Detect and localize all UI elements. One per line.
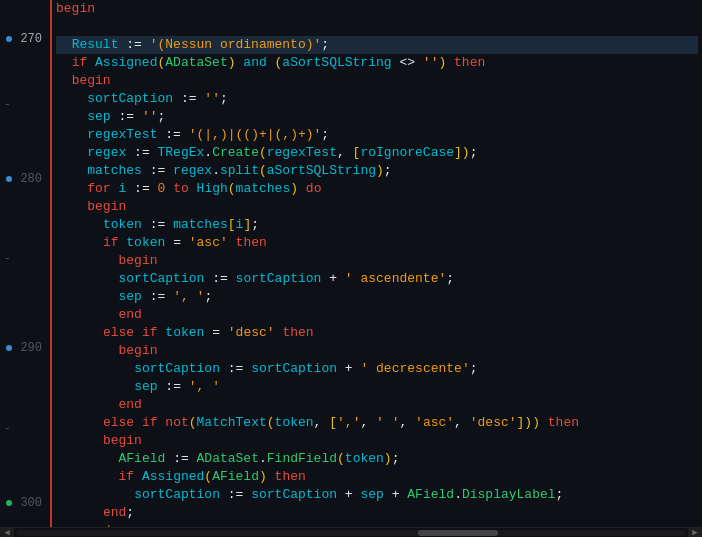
line-number bbox=[0, 512, 50, 527]
line-number: 280 bbox=[0, 170, 50, 188]
code-line: matches := regex.split(aSortSQLString); bbox=[56, 162, 698, 180]
line-number bbox=[0, 139, 50, 154]
line-number bbox=[0, 15, 50, 30]
code-line: if Assigned(AField) then bbox=[56, 468, 698, 486]
code-line: else if token = 'desc' then bbox=[56, 324, 698, 342]
line-number: - bbox=[0, 418, 50, 433]
line-number: 290 bbox=[0, 339, 50, 357]
code-line: sep := ', ' bbox=[56, 378, 698, 396]
line-number bbox=[0, 403, 50, 418]
code-line: end bbox=[56, 396, 698, 414]
code-line: begin bbox=[56, 342, 698, 360]
line-number bbox=[0, 464, 50, 479]
scroll-left-arrow[interactable]: ◀ bbox=[0, 528, 14, 538]
code-lines[interactable]: begin Result := '(Nessun ordinamento)'; … bbox=[52, 0, 702, 527]
code-line: Result := '(Nessun ordinamento)'; bbox=[56, 36, 698, 54]
code-line: end; bbox=[56, 522, 698, 527]
code-line: else if not(MatchText(token, [',', ' ', … bbox=[56, 414, 698, 432]
line-number bbox=[0, 448, 50, 463]
line-number bbox=[0, 218, 50, 233]
line-number bbox=[0, 203, 50, 218]
line-number bbox=[0, 324, 50, 339]
code-line: AField := ADataSet.FindField(token); bbox=[56, 450, 698, 468]
code-line: sep := ', '; bbox=[56, 288, 698, 306]
code-line: end; bbox=[56, 504, 698, 522]
line-number bbox=[0, 124, 50, 139]
code-line: sortCaption := sortCaption + ' ascendent… bbox=[56, 270, 698, 288]
code-line: regex := TRegEx.Create(regexTest, [roIgn… bbox=[56, 144, 698, 162]
code-line: if token = 'asc' then bbox=[56, 234, 698, 252]
line-number bbox=[0, 309, 50, 324]
code-line: if Assigned(ADataSet) and (aSortSQLStrin… bbox=[56, 54, 698, 72]
line-number: 270 bbox=[0, 30, 50, 48]
code-line: begin bbox=[56, 0, 698, 18]
scrollbar-track[interactable] bbox=[16, 530, 686, 536]
scrollbar-thumb[interactable] bbox=[418, 530, 498, 536]
code-line: end bbox=[56, 306, 698, 324]
line-number bbox=[0, 109, 50, 124]
code-line: token := matches[i]; bbox=[56, 216, 698, 234]
line-number bbox=[0, 48, 50, 63]
line-number bbox=[0, 64, 50, 79]
code-area: 270-280-290-300 begin Result := '(Nessun… bbox=[0, 0, 702, 527]
horizontal-scrollbar[interactable]: ◀ ▶ bbox=[0, 527, 702, 537]
line-number: 300 bbox=[0, 494, 50, 512]
line-number bbox=[0, 264, 50, 279]
line-number bbox=[0, 357, 50, 372]
code-line: begin bbox=[56, 198, 698, 216]
line-number bbox=[0, 479, 50, 494]
line-number bbox=[0, 233, 50, 248]
line-number bbox=[0, 155, 50, 170]
code-line: begin bbox=[56, 252, 698, 270]
line-gutter: 270-280-290-300 bbox=[0, 0, 52, 527]
code-line: begin bbox=[56, 72, 698, 90]
code-line: for i := 0 to High(matches) do bbox=[56, 180, 698, 198]
line-number bbox=[0, 279, 50, 294]
line-number bbox=[0, 79, 50, 94]
code-line: regexTest := '(|,)|(()+|(,)+)'; bbox=[56, 126, 698, 144]
code-line: sep := ''; bbox=[56, 108, 698, 126]
code-line: sortCaption := sortCaption + ' decrescen… bbox=[56, 360, 698, 378]
line-number bbox=[0, 433, 50, 448]
line-number bbox=[0, 373, 50, 388]
code-line: begin bbox=[56, 432, 698, 450]
line-number bbox=[0, 388, 50, 403]
code-line: sortCaption := ''; bbox=[56, 90, 698, 108]
editor-container: 270-280-290-300 begin Result := '(Nessun… bbox=[0, 0, 702, 537]
line-number bbox=[0, 294, 50, 309]
scroll-right-arrow[interactable]: ▶ bbox=[688, 528, 702, 538]
line-number bbox=[0, 188, 50, 203]
code-line bbox=[56, 18, 698, 36]
line-number: - bbox=[0, 94, 50, 109]
code-line: sortCaption := sortCaption + sep + AFiel… bbox=[56, 486, 698, 504]
line-number: - bbox=[0, 248, 50, 263]
